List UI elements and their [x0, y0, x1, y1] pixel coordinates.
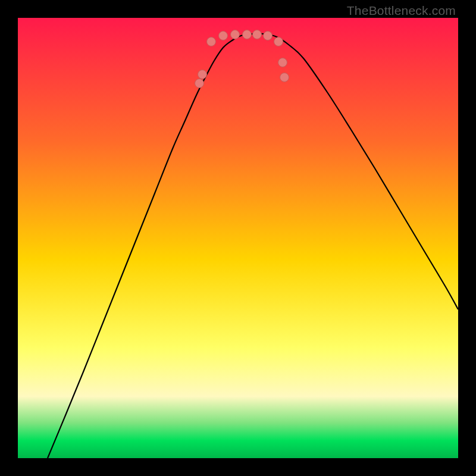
- gradient-background: [18, 18, 458, 458]
- gradient-rect: [18, 18, 458, 458]
- plot-area: [18, 18, 458, 458]
- chart-frame: TheBottleneck.com: [0, 0, 476, 476]
- watermark-text: TheBottleneck.com: [347, 4, 456, 18]
